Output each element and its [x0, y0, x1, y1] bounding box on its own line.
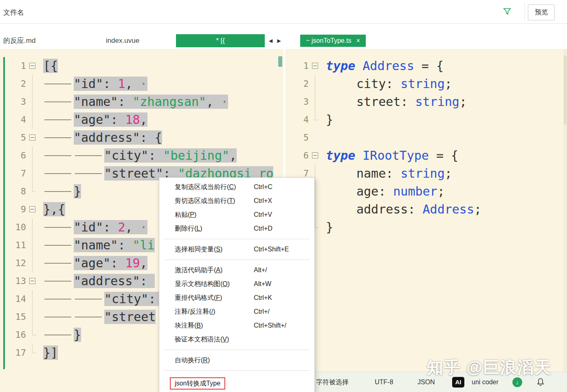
indent [43, 75, 74, 93]
code-token: "beijing" [163, 148, 230, 163]
code-token: · [133, 77, 147, 91]
code-token: address [356, 202, 408, 216]
code-line[interactable]: 3"name": "zhangsan", · [0, 93, 284, 111]
code-line[interactable]: 10} [285, 218, 567, 236]
code-token: , [140, 256, 147, 270]
fold-collapse-icon[interactable] [26, 57, 40, 75]
code-line[interactable]: 4"age": 18, [0, 111, 284, 129]
menu-shortcut: Ctrl+X [254, 197, 272, 205]
encoding-indicator[interactable]: UTF-8 [375, 372, 393, 392]
code-token: string [415, 95, 459, 109]
scrollbar-thumb[interactable] [278, 56, 282, 67]
tab-label: index.uvue [106, 37, 139, 44]
menu-item-label: 粘贴(P) [175, 211, 254, 219]
code-token: ; [459, 95, 467, 109]
code-token: : [110, 112, 125, 127]
code-line[interactable]: 8age: number; [285, 183, 567, 200]
menu-item[interactable]: 重排代码格式(F)Ctrl+K [159, 291, 314, 305]
menu-item-label: 显示文档结构图(O) [175, 280, 254, 288]
tab-jsontotype[interactable]: ~ jsonToType.ts× [300, 35, 366, 47]
mnemonic: V [222, 336, 227, 343]
code-token: 19 [125, 256, 140, 270]
code-token: · [213, 95, 228, 109]
mnemonic: S [216, 246, 220, 253]
menu-item[interactable]: 剪切选区或当前行(T)Ctrl+X [159, 194, 314, 208]
tab-scroll-right-icon[interactable]: ▶ [277, 38, 281, 44]
typescript-editor[interactable]: 1type Address = {2city: string;3street: … [285, 49, 567, 372]
code-line[interactable]: 2city: string; [285, 75, 567, 93]
code-line[interactable]: 2"id": 1, · [0, 75, 284, 93]
line-number: 10 [2, 218, 26, 236]
line-number: 5 [2, 129, 26, 147]
line-number: 13 [2, 272, 26, 290]
code-line[interactable]: 3street: string; [285, 93, 567, 111]
menu-item[interactable]: 块注释(B)Ctrl+Shift+/ [159, 319, 314, 333]
editor-tab[interactable]: * [{ [176, 34, 265, 47]
scrollbar-thumb[interactable] [564, 55, 567, 125]
indent [74, 308, 104, 326]
fold-guide [309, 75, 323, 93]
code-token: 2 [118, 220, 125, 234]
indent [74, 290, 104, 308]
code-token: : [118, 238, 132, 252]
fold-guide [309, 129, 323, 147]
fold-collapse-icon[interactable] [26, 272, 40, 290]
download-icon[interactable]: ↓ [512, 377, 522, 387]
menu-item[interactable]: json转换成Type [159, 374, 314, 392]
fold-collapse-icon[interactable] [26, 200, 40, 218]
preview-button[interactable]: 预览 [528, 4, 555, 20]
menu-item[interactable]: 复制选区或当前行(C)Ctrl+C [159, 180, 314, 194]
code-line[interactable]: 4} [285, 111, 567, 129]
code-line[interactable]: 6type IRootType = { [285, 147, 567, 165]
menu-item[interactable]: 选择相同变量(S)Ctrl+Shift+E [159, 242, 314, 256]
code-line[interactable]: 5 [285, 129, 567, 147]
indent [74, 147, 104, 165]
line-number: 16 [2, 326, 26, 344]
code-token: "name" [74, 95, 118, 109]
mnemonic: C [229, 183, 234, 190]
code-line[interactable]: 1[{ [0, 57, 284, 75]
fold-collapse-icon[interactable] [309, 147, 323, 165]
code-line[interactable]: 9address: Address; [285, 200, 567, 218]
code-line[interactable]: 7name: string; [285, 165, 567, 183]
tab-strip: 的反应.mdindex.uvue* [{ [0, 34, 267, 47]
editor-tab[interactable]: index.uvue [69, 34, 176, 47]
menu-item[interactable]: 显示文档结构图(O)Alt+W [159, 277, 314, 291]
close-tab-icon[interactable]: × [356, 37, 360, 44]
line-number: 9 [2, 200, 26, 218]
menu-shortcut: Ctrl+K [254, 294, 272, 302]
fold-guide [26, 308, 40, 326]
fold-collapse-icon[interactable] [309, 57, 323, 75]
code-token: "street" [104, 166, 163, 181]
code-line[interactable]: 6"city": "beijing", [0, 147, 284, 165]
notification-bell-icon[interactable] [536, 377, 545, 389]
indent [74, 165, 104, 183]
code-token: : { [140, 130, 162, 145]
indent [43, 93, 74, 111]
fold-collapse-icon[interactable] [26, 129, 40, 147]
menu-item[interactable]: 验证本文档语法(V) [159, 333, 314, 346]
code-line[interactable]: 1type Address = { [285, 57, 567, 75]
indent [43, 218, 74, 236]
editor-tab[interactable]: 的反应.md [0, 34, 73, 47]
menu-item[interactable]: 激活代码助手(A)Alt+/ [159, 263, 314, 277]
menu-item[interactable]: 粘贴(P)Ctrl+V [159, 208, 314, 222]
filter-icon[interactable] [503, 7, 512, 18]
menu-item[interactable]: 删除行(L)Ctrl+D [159, 222, 314, 236]
menu-separator [164, 350, 310, 350]
line-number: 5 [289, 129, 309, 147]
menu-item[interactable]: 自动换行(R) [159, 353, 314, 367]
code-token: "street [104, 310, 156, 324]
fold-guide [26, 147, 40, 165]
tab-scroll-left-icon[interactable]: ◀ [269, 38, 273, 44]
code-token: [{ [43, 59, 58, 73]
code-token: } [326, 112, 333, 127]
code-line[interactable]: 5"address": { [0, 129, 284, 147]
code-token: age [356, 184, 378, 198]
menu-item[interactable]: 注释/反注释(/)Ctrl+/ [159, 305, 314, 319]
code-token [355, 148, 363, 163]
code-token: : [148, 148, 163, 163]
menu-shortcut: Alt+/ [254, 266, 267, 274]
fold-guide [26, 218, 40, 236]
line-number: 2 [289, 75, 309, 93]
